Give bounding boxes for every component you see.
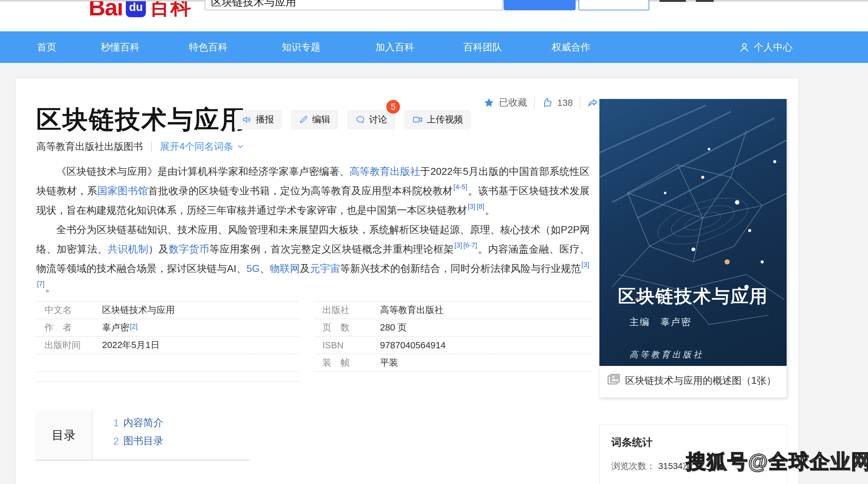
toc-item-number: 1: [113, 417, 119, 429]
edits-line: 编辑次数： 19次 历史版本: [611, 483, 775, 484]
edit-button[interactable]: 编辑: [291, 110, 338, 130]
entry-inline-link[interactable]: 共识机制: [108, 244, 148, 255]
cover-image-card[interactable]: 区块链技术与应用 主编 辜卢密 高等教育出版社 区块链技术与应用的概述图（1张）: [599, 99, 787, 398]
toc-item-label: 内容简介: [123, 416, 163, 430]
nav-item-miaodong[interactable]: 秒懂百科: [101, 41, 140, 54]
toc-item-label: 图书目录: [123, 434, 163, 448]
discuss-label: 讨论: [369, 113, 387, 126]
site-search-button[interactable]: [579, 0, 649, 10]
cropped-header-element: [659, 0, 686, 2]
like-button[interactable]: 138: [541, 97, 573, 108]
discuss-button[interactable]: 讨论: [347, 110, 395, 130]
discuss-button-wrap: 讨论 5: [347, 110, 395, 130]
video-camera-icon: [412, 114, 423, 125]
synonym-expand-link[interactable]: 展开4个同名词条: [160, 140, 245, 153]
summary-paragraph-2: 全书分为区块链基础知识、技术应用、风险管理和未来展望四大板块，系统解析区块链起源…: [36, 222, 590, 296]
entry-inline-link[interactable]: 元宇宙: [310, 262, 340, 274]
info-value: 高等教育出版社: [380, 304, 443, 316]
toc-item-2[interactable]: 2 图书目录: [113, 433, 163, 449]
history-versions-link[interactable]: 历史版本: [677, 483, 712, 484]
toc-item-1[interactable]: 1 内容简介: [113, 415, 163, 431]
info-value: 9787040564914: [380, 340, 446, 350]
info-row: 出版时间 2022年5月1日: [36, 337, 299, 354]
toc-item-number: 2: [113, 435, 119, 447]
discuss-count-badge: 5: [386, 100, 400, 114]
nav-item-zhishi[interactable]: 知识专题: [282, 41, 320, 54]
enter-entry-button[interactable]: [504, 0, 576, 10]
edits-value: 19次: [658, 483, 677, 484]
nav-item-jiaru[interactable]: 加入百科: [375, 41, 414, 54]
paragraph-text: 。: [45, 282, 55, 293]
entry-inline-link[interactable]: 国家图书馆: [97, 185, 148, 196]
divider: [580, 96, 580, 109]
favorited-label: 已收藏: [499, 96, 527, 109]
star-icon: [483, 97, 495, 108]
reference-sup[interactable]: [3]: [454, 241, 463, 249]
paragraph-text: 首批收录的区块链专业书籍，定位为高等教育及应用型本科院校教材: [148, 185, 453, 196]
broadcast-button[interactable]: 播报: [234, 110, 282, 130]
pencil-icon: [299, 115, 308, 124]
upload-video-label: 上传视频: [427, 113, 463, 126]
watermark-text: 搜狐号@全球企业网: [686, 448, 868, 475]
favorite-button[interactable]: 已收藏: [483, 96, 527, 109]
info-value: 平装: [380, 357, 398, 369]
main-nav: 首页 秒懂百科 特色百科 知识专题 加入百科 百科团队 权威合作 个人中心: [0, 31, 868, 63]
chat-bubble-icon: [355, 115, 365, 125]
divider: [534, 96, 535, 109]
info-label: 中文名: [36, 304, 102, 316]
synonym-label: 展开4个同名词条: [160, 140, 233, 153]
info-row-empty: [36, 372, 299, 382]
nav-item-home[interactable]: 首页: [37, 41, 56, 54]
thumbs-up-icon: [541, 97, 553, 108]
cover-editor-line: 主编 辜卢密: [629, 316, 691, 329]
edit-label: 编辑: [312, 113, 330, 126]
toc-title: 目录: [35, 411, 93, 460]
search-value: 区块链技术与应用: [211, 0, 296, 9]
user-center-link[interactable]: 个人中心: [739, 41, 793, 54]
info-value: 区块链技术与应用: [102, 304, 175, 316]
subtitle-row: 高等教育出版社出版图书 展开4个同名词条: [36, 140, 245, 153]
reference-sup[interactable]: [3]: [581, 261, 590, 268]
info-label: 出版时间: [36, 339, 102, 351]
upload-video-button-wrap: 上传视频: [404, 110, 471, 130]
cover-network-graphic: [599, 99, 786, 366]
reference-sup[interactable]: [4-5]: [453, 183, 468, 191]
gallery-icon: [607, 372, 621, 391]
broadcast-label: 播报: [256, 113, 274, 126]
paragraph-text: ）及: [148, 244, 169, 255]
entry-inline-link[interactable]: 高等教育出版社: [350, 166, 421, 177]
info-value: 280 页: [380, 321, 407, 334]
user-center-label: 个人中心: [754, 41, 793, 54]
entry-inline-link[interactable]: 物联网: [270, 262, 300, 274]
entry-inline-link[interactable]: 数字货币: [169, 244, 209, 255]
search-input[interactable]: 区块链技术与应用: [205, 0, 503, 10]
logo-text-baike: 百科: [149, 1, 192, 18]
entry-card: 区块链技术与应用 播报: [15, 77, 799, 484]
upload-video-button[interactable]: 上传视频: [404, 110, 471, 130]
info-row: 作 者 辜卢密 [2]: [36, 319, 299, 337]
edits-label: 编辑次数：: [611, 483, 655, 484]
reference-sup[interactable]: [8]: [476, 202, 485, 210]
info-value: 辜卢密: [102, 321, 129, 334]
info-label: 作 者: [36, 321, 102, 334]
paragraph-text: 等新兴技术的创新结合，同时分析法律风险与行业规范: [340, 262, 581, 274]
reference-sup[interactable]: [2]: [129, 322, 138, 331]
info-column-left: 中文名 区块链技术与应用 作 者 辜卢密 [2] 出版时间 2022年5月1日: [36, 301, 299, 382]
reference-sup[interactable]: [7]: [36, 280, 45, 288]
reference-sup[interactable]: [3]: [467, 202, 476, 210]
info-label: 装 帧: [314, 357, 380, 369]
info-label: 页 数: [314, 321, 380, 334]
views-label: 浏览次数：: [611, 460, 655, 472]
share-arrow-icon: [587, 97, 598, 108]
nav-item-quanwei[interactable]: 权威合作: [552, 41, 590, 54]
paragraph-text: 、: [260, 262, 270, 274]
basic-info-table: 中文名 区块链技术与应用 作 者 辜卢密 [2] 出版时间 2022年5月1日: [36, 301, 591, 382]
entry-inline-link[interactable]: 5G: [246, 262, 260, 274]
reference-sup[interactable]: [6-7]: [463, 241, 478, 249]
nav-item-tese[interactable]: 特色百科: [189, 41, 227, 54]
paragraph-text: 《区块链技术与应用》是由计算机科学家和经济学家辜卢密编著、: [56, 166, 350, 177]
cover-caption-link[interactable]: 区块链技术与应用的概述图（1张）: [599, 366, 786, 398]
baidu-baike-logo[interactable]: Bai du 百科: [89, 1, 205, 18]
nav-item-tuandui[interactable]: 百科团队: [463, 41, 502, 54]
info-label: ISBN: [314, 340, 380, 350]
